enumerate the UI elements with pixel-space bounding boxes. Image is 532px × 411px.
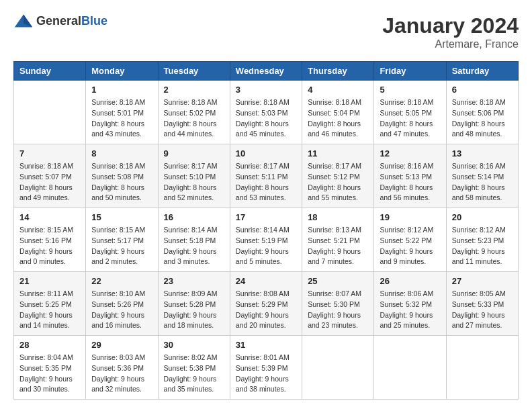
calendar-body: 1Sunrise: 8:18 AMSunset: 5:01 PMDaylight… [14, 81, 519, 400]
day-info: Sunrise: 8:18 AMSunset: 5:03 PMDaylight:… [236, 97, 296, 140]
cell-w4-d7: 27Sunrise: 8:05 AMSunset: 5:33 PMDayligh… [446, 272, 518, 336]
day-number: 20 [452, 212, 513, 222]
cell-w3-d2: 15Sunrise: 8:15 AMSunset: 5:17 PMDayligh… [86, 208, 158, 272]
day-number: 2 [164, 85, 224, 95]
day-info: Sunrise: 8:14 AMSunset: 5:18 PMDaylight:… [164, 225, 224, 267]
logo-blue-text: Blue [81, 14, 107, 28]
day-number: 4 [308, 85, 368, 95]
day-number: 28 [19, 340, 80, 350]
day-info: Sunrise: 8:18 AMSunset: 5:05 PMDaylight:… [380, 97, 440, 140]
day-info: Sunrise: 8:09 AMSunset: 5:28 PMDaylight:… [164, 289, 224, 331]
day-info: Sunrise: 8:18 AMSunset: 5:07 PMDaylight:… [19, 161, 80, 203]
cell-w5-d6 [374, 336, 446, 400]
day-number: 7 [19, 148, 80, 158]
day-number: 3 [236, 85, 296, 95]
day-number: 31 [236, 340, 296, 350]
col-saturday: Saturday [446, 62, 518, 81]
cell-w5-d1: 28Sunrise: 8:04 AMSunset: 5:35 PMDayligh… [14, 336, 86, 400]
cell-w5-d2: 29Sunrise: 8:03 AMSunset: 5:36 PMDayligh… [86, 336, 158, 400]
week-row-5: 28Sunrise: 8:04 AMSunset: 5:35 PMDayligh… [14, 336, 519, 400]
cell-w1-d5: 4Sunrise: 8:18 AMSunset: 5:04 PMDaylight… [302, 81, 374, 144]
day-number: 14 [19, 212, 80, 222]
day-info: Sunrise: 8:17 AMSunset: 5:12 PMDaylight:… [308, 161, 368, 203]
day-number: 9 [164, 148, 224, 158]
cell-w2-d6: 12Sunrise: 8:16 AMSunset: 5:13 PMDayligh… [374, 144, 446, 208]
cell-w5-d7 [446, 336, 518, 400]
day-info: Sunrise: 8:18 AMSunset: 5:04 PMDaylight:… [308, 97, 368, 140]
day-number: 25 [308, 276, 368, 286]
col-wednesday: Wednesday [230, 62, 302, 81]
col-tuesday: Tuesday [158, 62, 230, 81]
title-area: January 2024 Artemare, France [382, 13, 519, 50]
location-title: Artemare, France [382, 38, 519, 50]
col-friday: Friday [374, 62, 446, 81]
cell-w2-d5: 11Sunrise: 8:17 AMSunset: 5:12 PMDayligh… [302, 144, 374, 208]
day-info: Sunrise: 8:18 AMSunset: 5:06 PMDaylight:… [452, 97, 513, 140]
day-number: 13 [452, 148, 513, 158]
page-header: GeneralBlue January 2024 Artemare, Franc… [13, 13, 519, 50]
cell-w1-d2: 1Sunrise: 8:18 AMSunset: 5:01 PMDaylight… [86, 81, 158, 144]
day-info: Sunrise: 8:01 AMSunset: 5:39 PMDaylight:… [236, 353, 296, 395]
cell-w4-d2: 22Sunrise: 8:10 AMSunset: 5:26 PMDayligh… [86, 272, 158, 336]
cell-w2-d4: 10Sunrise: 8:17 AMSunset: 5:11 PMDayligh… [230, 144, 302, 208]
cell-w4-d6: 26Sunrise: 8:06 AMSunset: 5:32 PMDayligh… [374, 272, 446, 336]
day-info: Sunrise: 8:15 AMSunset: 5:16 PMDaylight:… [19, 225, 80, 267]
cell-w3-d6: 19Sunrise: 8:12 AMSunset: 5:22 PMDayligh… [374, 208, 446, 272]
cell-w4-d1: 21Sunrise: 8:11 AMSunset: 5:25 PMDayligh… [14, 272, 86, 336]
day-number: 16 [164, 212, 224, 222]
day-number: 23 [164, 276, 224, 286]
cell-w2-d3: 9Sunrise: 8:17 AMSunset: 5:10 PMDaylight… [158, 144, 230, 208]
cell-w4-d3: 23Sunrise: 8:09 AMSunset: 5:28 PMDayligh… [158, 272, 230, 336]
day-info: Sunrise: 8:17 AMSunset: 5:10 PMDaylight:… [164, 161, 224, 203]
cell-w1-d1 [14, 81, 86, 144]
cell-w1-d6: 5Sunrise: 8:18 AMSunset: 5:05 PMDaylight… [374, 81, 446, 144]
cell-w3-d5: 18Sunrise: 8:13 AMSunset: 5:21 PMDayligh… [302, 208, 374, 272]
day-number: 17 [236, 212, 296, 222]
cell-w5-d4: 31Sunrise: 8:01 AMSunset: 5:39 PMDayligh… [230, 336, 302, 400]
day-number: 30 [164, 340, 224, 350]
day-number: 18 [308, 212, 368, 222]
cell-w2-d2: 8Sunrise: 8:18 AMSunset: 5:08 PMDaylight… [86, 144, 158, 208]
month-title: January 2024 [382, 13, 519, 38]
day-number: 6 [452, 85, 513, 95]
day-number: 5 [380, 85, 440, 95]
cell-w1-d3: 2Sunrise: 8:18 AMSunset: 5:02 PMDaylight… [158, 81, 230, 144]
day-number: 15 [91, 212, 152, 222]
cell-w5-d3: 30Sunrise: 8:02 AMSunset: 5:38 PMDayligh… [158, 336, 230, 400]
cell-w3-d7: 20Sunrise: 8:12 AMSunset: 5:23 PMDayligh… [446, 208, 518, 272]
week-row-2: 7Sunrise: 8:18 AMSunset: 5:07 PMDaylight… [14, 144, 519, 208]
cell-w4-d4: 24Sunrise: 8:08 AMSunset: 5:29 PMDayligh… [230, 272, 302, 336]
day-info: Sunrise: 8:18 AMSunset: 5:02 PMDaylight:… [164, 97, 224, 140]
day-info: Sunrise: 8:16 AMSunset: 5:13 PMDaylight:… [380, 161, 440, 203]
day-number: 24 [236, 276, 296, 286]
day-info: Sunrise: 8:02 AMSunset: 5:38 PMDaylight:… [164, 353, 224, 395]
day-number: 19 [380, 212, 440, 222]
col-thursday: Thursday [302, 62, 374, 81]
day-info: Sunrise: 8:11 AMSunset: 5:25 PMDaylight:… [19, 289, 80, 331]
day-info: Sunrise: 8:07 AMSunset: 5:30 PMDaylight:… [308, 289, 368, 331]
cell-w3-d1: 14Sunrise: 8:15 AMSunset: 5:16 PMDayligh… [14, 208, 86, 272]
cell-w1-d7: 6Sunrise: 8:18 AMSunset: 5:06 PMDaylight… [446, 81, 518, 144]
day-number: 22 [91, 276, 152, 286]
col-sunday: Sunday [14, 62, 86, 81]
day-info: Sunrise: 8:06 AMSunset: 5:32 PMDaylight:… [380, 289, 440, 331]
week-row-1: 1Sunrise: 8:18 AMSunset: 5:01 PMDaylight… [14, 81, 519, 144]
calendar-table: Sunday Monday Tuesday Wednesday Thursday… [13, 61, 519, 400]
day-number: 21 [19, 276, 80, 286]
cell-w3-d4: 17Sunrise: 8:14 AMSunset: 5:19 PMDayligh… [230, 208, 302, 272]
logo: GeneralBlue [13, 13, 107, 28]
day-info: Sunrise: 8:15 AMSunset: 5:17 PMDaylight:… [91, 225, 152, 267]
day-info: Sunrise: 8:16 AMSunset: 5:14 PMDaylight:… [452, 161, 513, 203]
day-info: Sunrise: 8:05 AMSunset: 5:33 PMDaylight:… [452, 289, 513, 331]
day-info: Sunrise: 8:14 AMSunset: 5:19 PMDaylight:… [236, 225, 296, 267]
day-number: 10 [236, 148, 296, 158]
day-info: Sunrise: 8:12 AMSunset: 5:22 PMDaylight:… [380, 225, 440, 267]
cell-w1-d4: 3Sunrise: 8:18 AMSunset: 5:03 PMDaylight… [230, 81, 302, 144]
week-row-4: 21Sunrise: 8:11 AMSunset: 5:25 PMDayligh… [14, 272, 519, 336]
week-row-3: 14Sunrise: 8:15 AMSunset: 5:16 PMDayligh… [14, 208, 519, 272]
logo-icon [13, 13, 34, 28]
day-info: Sunrise: 8:18 AMSunset: 5:08 PMDaylight:… [91, 161, 152, 203]
day-number: 8 [91, 148, 152, 158]
day-number: 29 [91, 340, 152, 350]
col-monday: Monday [86, 62, 158, 81]
